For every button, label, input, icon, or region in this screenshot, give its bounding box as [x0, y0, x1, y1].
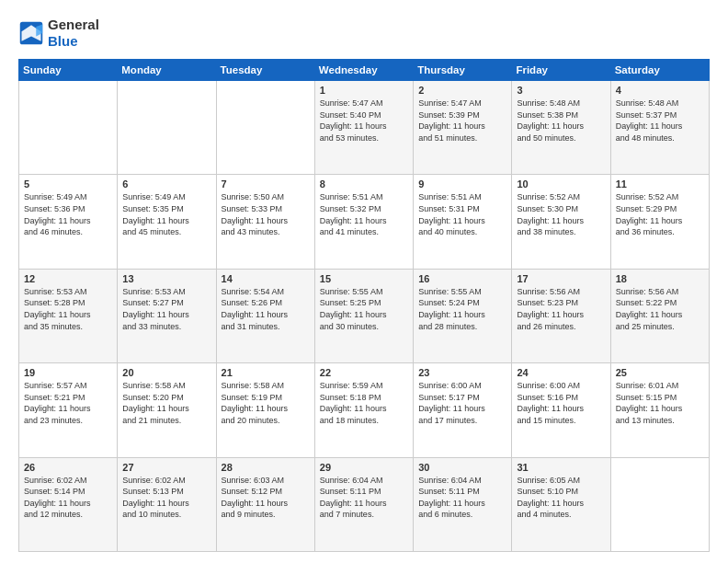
day-info: Sunrise: 6:00 AM Sunset: 5:16 PM Dayligh… [517, 380, 605, 426]
calendar-cell: 28Sunrise: 6:03 AM Sunset: 5:12 PM Dayli… [216, 457, 314, 551]
day-info: Sunrise: 5:48 AM Sunset: 5:38 PM Dayligh… [517, 98, 605, 144]
day-number: 15 [320, 273, 408, 284]
calendar-cell [610, 457, 709, 551]
calendar-cell: 21Sunrise: 5:58 AM Sunset: 5:19 PM Dayli… [216, 363, 314, 457]
day-number: 3 [517, 85, 605, 96]
day-number: 17 [517, 273, 605, 284]
calendar-cell: 15Sunrise: 5:55 AM Sunset: 5:25 PM Dayli… [314, 269, 413, 362]
day-info: Sunrise: 5:47 AM Sunset: 5:39 PM Dayligh… [418, 98, 506, 144]
calendar-cell: 17Sunrise: 5:56 AM Sunset: 5:23 PM Dayli… [512, 269, 610, 362]
day-info: Sunrise: 5:52 AM Sunset: 5:30 PM Dayligh… [517, 191, 605, 237]
calendar-cell: 29Sunrise: 6:04 AM Sunset: 5:11 PM Dayli… [314, 457, 413, 551]
day-number: 5 [24, 178, 112, 190]
day-info: Sunrise: 5:50 AM Sunset: 5:33 PM Dayligh… [222, 191, 310, 237]
calendar-week-4: 19Sunrise: 5:57 AM Sunset: 5:21 PM Dayli… [19, 363, 710, 457]
calendar-header-thursday: Thursday [414, 60, 512, 81]
calendar-cell: 19Sunrise: 5:57 AM Sunset: 5:21 PM Dayli… [19, 363, 118, 457]
logo-text: General Blue [48, 17, 99, 50]
calendar-cell: 13Sunrise: 5:53 AM Sunset: 5:27 PM Dayli… [118, 269, 216, 362]
day-info: Sunrise: 5:56 AM Sunset: 5:23 PM Dayligh… [517, 286, 605, 332]
day-number: 27 [122, 462, 210, 473]
calendar-cell: 8Sunrise: 5:51 AM Sunset: 5:32 PM Daylig… [314, 175, 413, 269]
day-number: 14 [222, 273, 310, 284]
day-info: Sunrise: 5:57 AM Sunset: 5:21 PM Dayligh… [24, 380, 112, 426]
day-info: Sunrise: 6:02 AM Sunset: 5:14 PM Dayligh… [24, 475, 112, 521]
calendar-week-3: 12Sunrise: 5:53 AM Sunset: 5:28 PM Dayli… [19, 269, 710, 362]
day-info: Sunrise: 6:01 AM Sunset: 5:15 PM Dayligh… [616, 380, 704, 426]
day-info: Sunrise: 5:51 AM Sunset: 5:31 PM Dayligh… [418, 191, 506, 237]
logo-icon [18, 20, 44, 46]
day-number: 24 [517, 367, 605, 378]
day-number: 7 [222, 178, 310, 190]
day-number: 19 [24, 367, 112, 378]
calendar-cell: 25Sunrise: 6:01 AM Sunset: 5:15 PM Dayli… [610, 363, 709, 457]
day-info: Sunrise: 5:58 AM Sunset: 5:19 PM Dayligh… [222, 380, 310, 426]
calendar-cell: 31Sunrise: 6:05 AM Sunset: 5:10 PM Dayli… [512, 457, 610, 551]
logo-blue: Blue [48, 33, 78, 49]
day-number: 6 [122, 178, 210, 190]
calendar-cell: 4Sunrise: 5:48 AM Sunset: 5:37 PM Daylig… [610, 81, 709, 175]
day-info: Sunrise: 6:04 AM Sunset: 5:11 PM Dayligh… [418, 475, 506, 521]
calendar-cell: 7Sunrise: 5:50 AM Sunset: 5:33 PM Daylig… [216, 175, 314, 269]
day-number: 28 [222, 462, 310, 473]
calendar-cell: 23Sunrise: 6:00 AM Sunset: 5:17 PM Dayli… [414, 363, 512, 457]
calendar-week-5: 26Sunrise: 6:02 AM Sunset: 5:14 PM Dayli… [19, 457, 710, 551]
day-number: 16 [418, 273, 506, 284]
day-info: Sunrise: 5:59 AM Sunset: 5:18 PM Dayligh… [320, 380, 408, 426]
calendar-cell: 24Sunrise: 6:00 AM Sunset: 5:16 PM Dayli… [512, 363, 610, 457]
day-info: Sunrise: 5:55 AM Sunset: 5:24 PM Dayligh… [418, 286, 506, 332]
calendar-header-tuesday: Tuesday [216, 60, 314, 81]
day-number: 11 [616, 178, 704, 190]
day-info: Sunrise: 5:51 AM Sunset: 5:32 PM Dayligh… [320, 191, 408, 237]
day-info: Sunrise: 6:00 AM Sunset: 5:17 PM Dayligh… [418, 380, 506, 426]
day-info: Sunrise: 5:47 AM Sunset: 5:40 PM Dayligh… [320, 98, 408, 144]
calendar-header-wednesday: Wednesday [314, 60, 413, 81]
day-number: 21 [222, 367, 310, 378]
day-info: Sunrise: 5:54 AM Sunset: 5:26 PM Dayligh… [222, 286, 310, 332]
calendar-cell: 2Sunrise: 5:47 AM Sunset: 5:39 PM Daylig… [414, 81, 512, 175]
day-number: 25 [616, 367, 704, 378]
calendar-cell: 30Sunrise: 6:04 AM Sunset: 5:11 PM Dayli… [414, 457, 512, 551]
page: General Blue SundayMondayTuesdayWednesda… [0, 0, 728, 563]
day-info: Sunrise: 6:04 AM Sunset: 5:11 PM Dayligh… [320, 475, 408, 521]
day-number: 31 [517, 462, 605, 473]
day-info: Sunrise: 5:56 AM Sunset: 5:22 PM Dayligh… [616, 286, 704, 332]
calendar-week-1: 1Sunrise: 5:47 AM Sunset: 5:40 PM Daylig… [19, 81, 710, 175]
day-info: Sunrise: 5:53 AM Sunset: 5:27 PM Dayligh… [122, 286, 210, 332]
calendar-table: SundayMondayTuesdayWednesdayThursdayFrid… [18, 59, 710, 552]
calendar-cell: 12Sunrise: 5:53 AM Sunset: 5:28 PM Dayli… [19, 269, 118, 362]
calendar-week-2: 5Sunrise: 5:49 AM Sunset: 5:36 PM Daylig… [19, 175, 710, 269]
calendar-cell [118, 81, 216, 175]
calendar-header-friday: Friday [512, 60, 610, 81]
calendar-cell: 26Sunrise: 6:02 AM Sunset: 5:14 PM Dayli… [19, 457, 118, 551]
calendar-cell: 27Sunrise: 6:02 AM Sunset: 5:13 PM Dayli… [118, 457, 216, 551]
day-number: 9 [418, 178, 506, 190]
logo: General Blue [18, 17, 99, 50]
day-info: Sunrise: 5:53 AM Sunset: 5:28 PM Dayligh… [24, 286, 112, 332]
calendar-cell [216, 81, 314, 175]
day-number: 10 [517, 178, 605, 190]
day-number: 20 [122, 367, 210, 378]
day-number: 13 [122, 273, 210, 284]
day-number: 1 [320, 85, 408, 96]
calendar-cell: 5Sunrise: 5:49 AM Sunset: 5:36 PM Daylig… [19, 175, 118, 269]
calendar-cell: 9Sunrise: 5:51 AM Sunset: 5:31 PM Daylig… [414, 175, 512, 269]
day-info: Sunrise: 5:55 AM Sunset: 5:25 PM Dayligh… [320, 286, 408, 332]
header: General Blue [18, 17, 710, 50]
day-info: Sunrise: 5:49 AM Sunset: 5:35 PM Dayligh… [122, 191, 210, 237]
calendar-cell: 10Sunrise: 5:52 AM Sunset: 5:30 PM Dayli… [512, 175, 610, 269]
day-info: Sunrise: 5:52 AM Sunset: 5:29 PM Dayligh… [616, 191, 704, 237]
day-number: 12 [24, 273, 112, 284]
day-number: 4 [616, 85, 704, 96]
calendar-cell [19, 81, 118, 175]
calendar-header-monday: Monday [118, 60, 216, 81]
calendar-cell: 14Sunrise: 5:54 AM Sunset: 5:26 PM Dayli… [216, 269, 314, 362]
calendar-header-row: SundayMondayTuesdayWednesdayThursdayFrid… [19, 60, 710, 81]
day-number: 8 [320, 178, 408, 190]
day-number: 18 [616, 273, 704, 284]
day-info: Sunrise: 6:02 AM Sunset: 5:13 PM Dayligh… [122, 475, 210, 521]
calendar-cell: 18Sunrise: 5:56 AM Sunset: 5:22 PM Dayli… [610, 269, 709, 362]
day-info: Sunrise: 5:48 AM Sunset: 5:37 PM Dayligh… [616, 98, 704, 144]
calendar-cell: 22Sunrise: 5:59 AM Sunset: 5:18 PM Dayli… [314, 363, 413, 457]
calendar-cell: 20Sunrise: 5:58 AM Sunset: 5:20 PM Dayli… [118, 363, 216, 457]
